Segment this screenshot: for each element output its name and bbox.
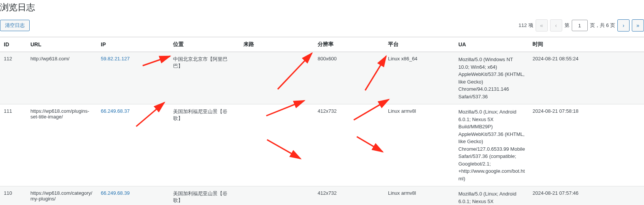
cell-location: 中国北京北京市【阿里巴巴】 bbox=[169, 52, 240, 104]
cell-platform: Linux x86_64 bbox=[384, 52, 455, 104]
col-header-resolution: 分辨率 bbox=[314, 37, 384, 52]
col-header-time: 时间 bbox=[529, 37, 644, 52]
cell-platform: Linux armv8l bbox=[384, 104, 455, 186]
cell-resolution: 412x732 bbox=[314, 186, 384, 205]
cell-resolution: 800x600 bbox=[314, 52, 384, 104]
pagination: 112 项 « ‹ 第 页，共 6 页 › » bbox=[518, 19, 644, 32]
table-header-row: ID URL IP 位置 来路 分辨率 平台 UA 时间 bbox=[0, 37, 644, 52]
cell-time: 2024-08-21 07:57:46 bbox=[529, 186, 644, 205]
cell-id: 112 bbox=[0, 52, 27, 104]
cell-ua: Mozilla/5.0 (Linux; Android 6.0.1; Nexus… bbox=[455, 186, 529, 205]
cell-id: 111 bbox=[0, 104, 27, 186]
col-header-url: URL bbox=[27, 37, 97, 52]
cell-ua: Mozilla/5.0 (Windows NT 10.0; Win64; x64… bbox=[455, 52, 529, 104]
cell-location: 美国加利福尼亚山景【谷歌】 bbox=[169, 186, 240, 205]
first-page-button: « bbox=[536, 19, 548, 32]
current-page-input[interactable] bbox=[572, 20, 588, 31]
cell-time: 2024-08-21 07:58:18 bbox=[529, 104, 644, 186]
cell-url: http://wp618.com/ bbox=[27, 52, 97, 104]
cell-url: https://wp618.com/category/my-plugins/ bbox=[27, 186, 97, 205]
cell-location: 美国加利福尼亚山景【谷歌】 bbox=[169, 104, 240, 186]
ip-link[interactable]: 66.249.68.37 bbox=[101, 108, 130, 114]
logs-table: ID URL IP 位置 来路 分辨率 平台 UA 时间 112 http://… bbox=[0, 37, 644, 205]
cell-time: 2024-08-21 08:55:24 bbox=[529, 52, 644, 104]
cell-id: 110 bbox=[0, 186, 27, 205]
page-prefix-label: 第 bbox=[564, 22, 569, 29]
next-page-button[interactable]: › bbox=[617, 19, 630, 32]
ip-link[interactable]: 66.249.68.39 bbox=[101, 190, 130, 196]
total-items-label: 112 项 bbox=[518, 22, 533, 29]
cell-ua: Mozilla/5.0 (Linux; Android 6.0.1; Nexus… bbox=[455, 104, 529, 186]
cell-ip: 66.249.68.37 bbox=[97, 104, 169, 186]
col-header-referer: 来路 bbox=[240, 37, 314, 52]
col-header-id: ID bbox=[0, 37, 27, 52]
pages-suffix-label: 页，共 6 页 bbox=[590, 22, 615, 29]
col-header-location: 位置 bbox=[169, 37, 240, 52]
tablenav: 清空日志 112 项 « ‹ 第 页，共 6 页 › » bbox=[0, 17, 644, 37]
col-header-platform: 平台 bbox=[384, 37, 455, 52]
page-title: 浏览日志 bbox=[0, 0, 644, 17]
cell-platform: Linux armv8l bbox=[384, 186, 455, 205]
cell-referer bbox=[240, 186, 314, 205]
cell-resolution: 412x732 bbox=[314, 104, 384, 186]
cell-ip: 66.249.68.39 bbox=[97, 186, 169, 205]
cell-url: https://wp618.com/plugins-set-title-imag… bbox=[27, 104, 97, 186]
clear-logs-button[interactable]: 清空日志 bbox=[0, 20, 30, 31]
cell-ip: 59.82.21.127 bbox=[97, 52, 169, 104]
table-row: 111 https://wp618.com/plugins-set-title-… bbox=[0, 104, 644, 186]
col-header-ip: IP bbox=[97, 37, 169, 52]
last-page-button[interactable]: » bbox=[632, 19, 644, 32]
table-row: 112 http://wp618.com/ 59.82.21.127 中国北京北… bbox=[0, 52, 644, 104]
ip-link[interactable]: 59.82.21.127 bbox=[101, 56, 130, 62]
cell-referer bbox=[240, 104, 314, 186]
cell-referer bbox=[240, 52, 314, 104]
prev-page-button: ‹ bbox=[550, 19, 562, 32]
col-header-ua: UA bbox=[455, 37, 529, 52]
table-row: 110 https://wp618.com/category/my-plugin… bbox=[0, 186, 644, 205]
